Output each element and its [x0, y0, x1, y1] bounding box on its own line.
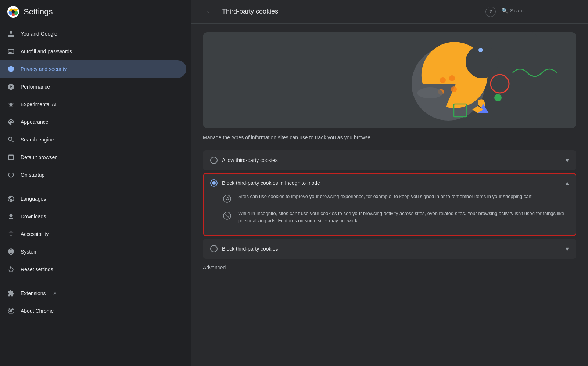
- sidebar-item-label: Search engine: [21, 137, 54, 143]
- header-actions: ? 🔍: [485, 7, 576, 17]
- sidebar-item-label: Reset settings: [21, 266, 53, 272]
- header-search-wrapper: 🔍: [502, 8, 576, 15]
- description-text: Manage the types of information sites ca…: [203, 134, 576, 141]
- svg-point-5: [10, 231, 11, 232]
- wrench-icon: [7, 248, 15, 255]
- speed-icon: [7, 83, 15, 90]
- sidebar-item-label: Extensions: [21, 290, 46, 296]
- page-title: Third-party cookies: [222, 8, 480, 15]
- chevron-block-all-icon: ▾: [566, 245, 569, 253]
- sidebar-nav: You and Google Autofill and passwords Pr…: [0, 24, 191, 366]
- sidebar-item-label: Accessibility: [21, 231, 49, 237]
- app-title: Settings: [24, 7, 53, 17]
- sidebar-item-system[interactable]: System: [0, 243, 186, 261]
- expanded-item-1: Sites can use cookies to improve your br…: [222, 193, 569, 204]
- svg-point-26: [226, 199, 227, 200]
- option-block-incognito-label: Block third-party cookies in Incognito m…: [222, 180, 561, 186]
- sidebar-item-label: Languages: [21, 196, 46, 202]
- header-search-input[interactable]: [510, 8, 576, 14]
- accessibility-icon: [7, 230, 15, 238]
- sidebar-header: Settings: [0, 0, 191, 24]
- sidebar-item-label: Downloads: [21, 214, 46, 219]
- radio-allow: [210, 157, 218, 164]
- sidebar-item-label: Autofill and passwords: [21, 49, 72, 54]
- option-allow[interactable]: Allow third-party cookies ▾: [203, 150, 576, 170]
- svg-point-21: [417, 87, 443, 98]
- power-icon: [7, 171, 15, 179]
- sidebar-item-search-engine[interactable]: Search engine: [0, 131, 186, 148]
- search-icon: [7, 136, 15, 143]
- puzzle-icon: [7, 290, 15, 297]
- sidebar-item-label: You and Google: [21, 31, 57, 37]
- palette-icon: [7, 118, 15, 126]
- sidebar-item-default-browser[interactable]: Default browser: [0, 148, 186, 166]
- cookie-detail-icon: [222, 194, 232, 204]
- help-button[interactable]: ?: [485, 7, 496, 17]
- sidebar-divider-1: [0, 187, 191, 187]
- option-allow-header: Allow third-party cookies ▾: [210, 156, 569, 164]
- browser-icon: [7, 154, 15, 161]
- option-block-all-header: Block third-party cookies ▾: [210, 245, 569, 253]
- search-icon: 🔍: [502, 8, 508, 14]
- sidebar-item-autofill[interactable]: Autofill and passwords: [0, 43, 186, 60]
- sidebar-divider-2: [0, 281, 191, 281]
- svg-point-12: [440, 77, 446, 83]
- svg-point-18: [494, 94, 502, 101]
- external-link-icon: ↗: [53, 291, 56, 296]
- svg-point-25: [227, 197, 229, 198]
- svg-rect-8: [243, 32, 537, 128]
- badge-icon: [7, 48, 15, 55]
- sidebar-item-privacy[interactable]: Privacy and security: [0, 60, 186, 78]
- sparkle-icon: [7, 101, 15, 108]
- sidebar-item-appearance[interactable]: Appearance: [0, 113, 186, 131]
- svg-point-4: [12, 10, 15, 14]
- expanded-item-text-1: Sites can use cookies to improve your br…: [238, 193, 531, 200]
- option-block-all[interactable]: Block third-party cookies ▾: [203, 239, 576, 259]
- sidebar-item-reset[interactable]: Reset settings: [0, 261, 186, 278]
- svg-point-15: [449, 75, 455, 81]
- chrome-logo-icon: [7, 6, 19, 18]
- advanced-label: Advanced: [203, 265, 576, 270]
- svg-point-7: [10, 310, 12, 312]
- content-body: Manage the types of information sites ca…: [191, 24, 588, 366]
- sidebar-item-about-chrome[interactable]: About Chrome: [0, 302, 186, 320]
- sidebar-item-label: Experimental AI: [21, 101, 57, 107]
- option-allow-label: Allow third-party cookies: [222, 157, 561, 163]
- sidebar-item-experimental-ai[interactable]: Experimental AI: [0, 96, 186, 113]
- sidebar-item-languages[interactable]: Languages: [0, 190, 186, 208]
- svg-point-20: [478, 48, 483, 52]
- globe-icon: [7, 195, 15, 202]
- sidebar-item-you-and-google[interactable]: You and Google: [0, 25, 186, 43]
- sidebar-item-accessibility[interactable]: Accessibility: [0, 225, 186, 243]
- download-icon: [7, 213, 15, 220]
- option-block-incognito[interactable]: Block third-party cookies in Incognito m…: [203, 173, 576, 236]
- sidebar-item-performance[interactable]: Performance: [0, 78, 186, 96]
- main-header: ← Third-party cookies ? 🔍: [191, 0, 588, 24]
- block-detail-icon: [222, 211, 232, 221]
- main-content: ← Third-party cookies ? 🔍: [191, 0, 588, 366]
- sidebar-item-label: About Chrome: [21, 308, 54, 314]
- option-block-incognito-header: Block third-party cookies in Incognito m…: [210, 179, 569, 187]
- sidebar-item-on-startup[interactable]: On startup: [0, 166, 186, 184]
- back-button[interactable]: ←: [203, 5, 216, 18]
- sidebar-item-label: On startup: [21, 172, 44, 178]
- sidebar-item-label: Privacy and security: [21, 66, 67, 72]
- radio-block-all: [210, 245, 218, 252]
- expanded-content: Sites can use cookies to improve your br…: [210, 193, 569, 224]
- expanded-item-text-2: While in Incognito, sites can't use your…: [238, 210, 569, 224]
- sidebar-item-label: Appearance: [21, 119, 49, 125]
- reset-icon: [7, 266, 15, 273]
- sidebar-item-label: System: [21, 249, 38, 255]
- sidebar-item-downloads[interactable]: Downloads: [0, 208, 186, 225]
- chevron-allow-icon: ▾: [566, 156, 569, 164]
- shield-icon: [7, 65, 15, 73]
- sidebar-item-extensions[interactable]: Extensions ↗: [0, 284, 186, 302]
- cookie-illustration: [203, 32, 576, 128]
- svg-point-27: [228, 199, 229, 200]
- svg-point-24: [226, 198, 227, 199]
- chrome-icon: [7, 307, 15, 315]
- option-block-all-label: Block third-party cookies: [222, 246, 561, 252]
- sidebar: Settings You and Google Autofill and pas…: [0, 0, 191, 366]
- expanded-item-2: While in Incognito, sites can't use your…: [222, 210, 569, 224]
- sidebar-item-label: Performance: [21, 84, 50, 90]
